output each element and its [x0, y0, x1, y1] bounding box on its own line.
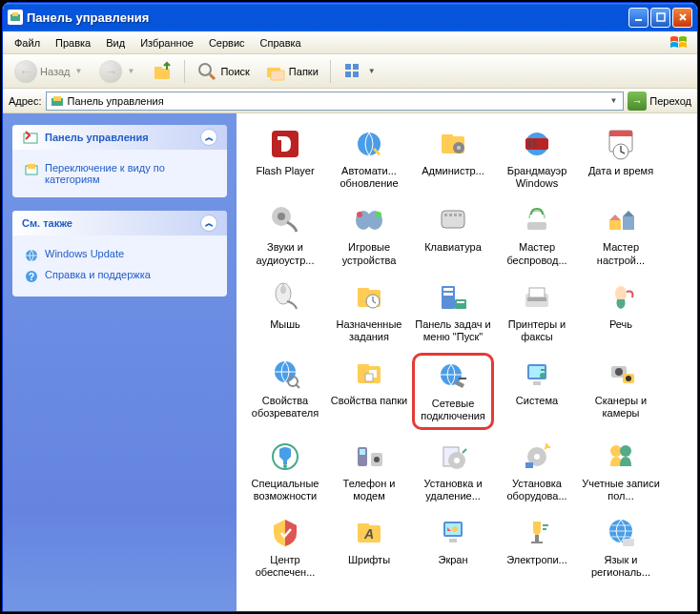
cpl-icon — [268, 516, 302, 550]
cpl-item-4[interactable]: Дата и время — [580, 123, 662, 194]
cpl-label: Игровые устройства — [330, 241, 408, 266]
cpl-item-26[interactable]: AШрифты — [328, 512, 410, 583]
link-label: Справка и поддержка — [45, 269, 151, 280]
cpl-item-13[interactable]: Принтеры и факсы — [496, 276, 578, 347]
up-button[interactable] — [146, 59, 178, 84]
minimize-button[interactable] — [628, 8, 649, 28]
titlebar[interactable]: Панель управления — [3, 3, 697, 31]
toolbar-separator — [184, 60, 185, 83]
cpl-item-19[interactable]: Сканеры и камеры — [580, 353, 662, 429]
cpl-item-0[interactable]: Flash Player — [244, 123, 326, 194]
cpl-label: Клавиатура — [424, 241, 482, 254]
globe-icon — [24, 248, 39, 263]
svg-rect-41 — [444, 214, 447, 216]
cpl-item-22[interactable]: Установка и удаление... — [412, 436, 494, 506]
svg-rect-94 — [449, 539, 457, 542]
cpl-item-9[interactable]: Мастер настрой... — [580, 199, 662, 270]
address-input[interactable] — [68, 95, 605, 107]
search-button[interactable]: Поиск — [191, 59, 255, 84]
link-help-support[interactable]: ? Справка и поддержка — [24, 266, 216, 287]
cpl-icon — [268, 127, 302, 161]
cpl-item-20[interactable]: Специальные возможности — [244, 436, 326, 506]
svg-text:A: A — [363, 526, 374, 542]
svg-point-88 — [620, 445, 631, 457]
maximize-button[interactable] — [650, 8, 670, 28]
content-area: Flash PlayerАвтомати... обновлениеАдмини… — [237, 113, 697, 611]
cpl-label: Установка и удаление... — [414, 478, 492, 502]
cpl-icon — [520, 357, 554, 391]
svg-rect-69 — [533, 381, 541, 385]
menu-view[interactable]: Вид — [98, 35, 133, 51]
cpl-item-15[interactable]: Свойства обозревателя — [244, 353, 326, 429]
menu-tools[interactable]: Сервис — [201, 35, 253, 51]
svg-point-39 — [357, 212, 362, 217]
cpl-item-2[interactable]: Администр... — [412, 123, 494, 194]
icon-grid: Flash PlayerАвтомати... обновлениеАдмини… — [244, 123, 690, 583]
windows-flag-icon — [665, 33, 693, 52]
cpl-item-6[interactable]: Игровые устройства — [328, 199, 410, 270]
cpl-icon — [604, 357, 638, 391]
cpl-item-16[interactable]: Свойства папки — [328, 353, 410, 429]
cpl-item-28[interactable]: Электропи... — [496, 512, 578, 583]
cpl-label: Мышь — [270, 318, 300, 331]
cpl-item-7[interactable]: Клавиатура — [412, 199, 494, 270]
svg-rect-44 — [459, 214, 462, 216]
menu-edit[interactable]: Правка — [48, 35, 98, 51]
svg-point-61 — [615, 286, 627, 301]
cpl-label: Установка оборудова... — [498, 478, 576, 502]
cpl-item-11[interactable]: Назначенные задания — [328, 276, 410, 347]
cpl-item-27[interactable]: Экран — [412, 512, 494, 583]
panel-header-seealso[interactable]: См. также ︽ — [12, 211, 227, 235]
menu-help[interactable]: Справка — [253, 35, 309, 51]
cpl-item-24[interactable]: Учетные записи пол... — [580, 436, 662, 506]
cpl-icon — [352, 127, 386, 161]
svg-point-72 — [615, 368, 623, 376]
cpl-item-1[interactable]: Автомати... обновление — [328, 123, 410, 194]
cpl-icon — [436, 359, 470, 394]
cpl-item-29[interactable]: Язык и региональ... — [580, 512, 662, 583]
folders-icon — [265, 61, 286, 82]
folders-button[interactable]: Папки — [259, 59, 324, 84]
menu-file[interactable]: Файл — [7, 35, 48, 51]
svg-rect-8 — [271, 71, 284, 80]
link-category-view[interactable]: Переключение к виду по категориям — [24, 159, 216, 188]
svg-point-74 — [626, 376, 631, 381]
cpl-label: Шрифты — [348, 554, 390, 566]
cpl-label: Центр обеспечен... — [246, 554, 324, 579]
address-dropdown-icon[interactable]: ▼ — [607, 96, 619, 105]
cpl-item-14[interactable]: Речь — [580, 276, 662, 347]
cpl-item-17[interactable]: Сетевые подключения — [412, 353, 494, 429]
menu-favorites[interactable]: Избранное — [133, 35, 201, 51]
cpl-icon — [604, 280, 638, 315]
cpl-item-3[interactable]: Брандмауэр Windows — [496, 123, 578, 194]
svg-rect-11 — [345, 72, 351, 77]
views-icon — [342, 61, 363, 82]
cpl-label: Речь — [609, 318, 632, 331]
cpl-item-8[interactable]: Мастер беспровод... — [496, 199, 578, 270]
close-button[interactable] — [672, 8, 692, 28]
cpl-item-12[interactable]: Панель задач и меню "Пуск" — [412, 276, 494, 347]
cpl-item-23[interactable]: Установка оборудова... — [496, 436, 578, 506]
panel-header-control[interactable]: Панель управления ︽ — [12, 125, 227, 150]
cpl-item-10[interactable]: Мышь — [244, 276, 326, 347]
svg-rect-5 — [154, 67, 162, 71]
svg-point-80 — [374, 457, 380, 462]
views-button[interactable]: ▼ — [337, 59, 383, 84]
cpl-label: Администр... — [422, 165, 484, 177]
address-field[interactable]: ▼ — [46, 92, 625, 111]
panel-title: Панель управления — [45, 132, 149, 143]
window-body: Панель управления ︽ Переключение к виду … — [3, 113, 697, 611]
svg-rect-38 — [365, 216, 373, 224]
svg-rect-59 — [529, 288, 545, 297]
cpl-item-18[interactable]: Система — [496, 353, 578, 429]
svg-rect-9 — [345, 64, 351, 70]
collapse-icon[interactable]: ︽ — [200, 215, 217, 232]
cpl-item-5[interactable]: Звуки и аудиоустр... — [244, 199, 326, 270]
cpl-item-21[interactable]: Телефон и модем — [328, 436, 410, 506]
svg-point-85 — [534, 454, 540, 460]
cpl-item-25[interactable]: Центр обеспечен... — [244, 512, 326, 583]
cpl-label: Мастер беспровод... — [498, 241, 576, 266]
go-button[interactable]: → Переход — [628, 92, 691, 111]
collapse-icon[interactable]: ︽ — [200, 129, 217, 146]
link-windows-update[interactable]: Windows Update — [24, 245, 216, 266]
